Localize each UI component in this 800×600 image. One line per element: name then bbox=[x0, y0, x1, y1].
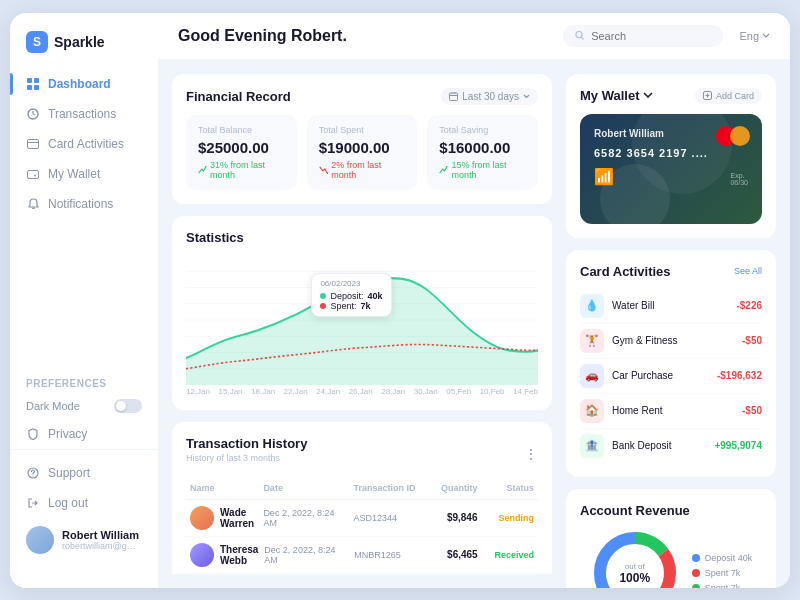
transaction-title: Transaction History bbox=[186, 436, 307, 451]
table-header: Name Date Transaction ID Quantity Status bbox=[186, 483, 538, 500]
account-revenue-card: Account Revenue bbox=[566, 489, 776, 588]
add-card-button[interactable]: Add Card bbox=[695, 88, 762, 104]
header: Good Evening Robert. Eng bbox=[158, 13, 790, 60]
date-range-badge[interactable]: Last 30 days bbox=[441, 88, 538, 105]
col-status: Status bbox=[483, 483, 534, 493]
user-email: robertwilliam@gmail.com bbox=[62, 541, 142, 551]
sidebar-item-wallet[interactable]: My Wallet bbox=[10, 159, 158, 189]
see-all-button[interactable]: See All bbox=[734, 266, 762, 276]
transactions-icon bbox=[26, 107, 40, 121]
activity-item[interactable]: 🚗 Car Purchase -$196,632 bbox=[580, 359, 762, 394]
transaction-subtitle: History of last 3 months bbox=[186, 453, 307, 463]
col-qty: Quantity bbox=[427, 483, 478, 493]
dark-mode-toggle-row: Dark Mode bbox=[10, 393, 158, 419]
row-status: Sending bbox=[483, 513, 534, 523]
svg-rect-2 bbox=[27, 85, 32, 90]
sidebar-item-support[interactable]: Support bbox=[10, 458, 158, 488]
financial-record-header: Financial Record Last 30 days bbox=[186, 88, 538, 105]
table-row[interactable]: Wade Warren Dec 2, 2022, 8:24 AM ASD1234… bbox=[186, 500, 538, 537]
privacy-icon bbox=[26, 427, 40, 441]
sidebar-item-label: Support bbox=[48, 466, 90, 480]
sidebar-item-card-activities[interactable]: Card Activities bbox=[10, 129, 158, 159]
activity-item[interactable]: 🏋️ Gym & Fitness -$50 bbox=[580, 324, 762, 359]
more-options-icon[interactable]: ⋮ bbox=[524, 446, 538, 462]
user-name: Robert William bbox=[62, 529, 142, 541]
sidebar-item-dashboard[interactable]: Dashboard bbox=[10, 69, 158, 99]
sidebar-item-label: Log out bbox=[48, 496, 88, 510]
plus-icon bbox=[703, 91, 712, 100]
financial-record-title: Financial Record bbox=[186, 89, 291, 104]
svg-rect-12 bbox=[452, 92, 453, 94]
sidebar-item-label: My Wallet bbox=[48, 167, 100, 181]
dashboard-icon bbox=[26, 77, 40, 91]
transaction-history-card: Transaction History History of last 3 mo… bbox=[172, 422, 552, 574]
sidebar-item-logout[interactable]: Log out bbox=[10, 488, 158, 518]
finance-cards: Total Balance $25000.00 31% from last mo… bbox=[186, 115, 538, 190]
svg-rect-1 bbox=[34, 78, 39, 83]
home-icon: 🏠 bbox=[580, 399, 604, 423]
wallet-icon bbox=[26, 167, 40, 181]
total-saving-card: Total Saving $16000.00 15% from last mon… bbox=[427, 115, 538, 190]
greeting-text: Good Evening Robert. bbox=[178, 27, 547, 45]
wallet-header: My Wallet Add Card bbox=[580, 88, 762, 104]
row-date: Dec 2, 2022, 8:24 AM bbox=[263, 508, 347, 528]
user-avatar bbox=[26, 526, 54, 554]
logo-text: Sparkle bbox=[54, 34, 105, 50]
language-selector[interactable]: Eng bbox=[739, 30, 770, 42]
svg-rect-13 bbox=[455, 92, 456, 94]
wallet-title[interactable]: My Wallet bbox=[580, 88, 653, 103]
chevron-down-icon bbox=[762, 33, 770, 39]
calendar-icon bbox=[449, 92, 458, 101]
activity-item[interactable]: 🏦 Bank Deposit +995,9074 bbox=[580, 429, 762, 463]
svg-rect-11 bbox=[450, 93, 458, 101]
sidebar-item-label: Transactions bbox=[48, 107, 116, 121]
main-area: Good Evening Robert. Eng bbox=[158, 13, 790, 588]
dark-mode-toggle[interactable] bbox=[114, 399, 142, 413]
search-input[interactable] bbox=[591, 30, 711, 42]
search-box[interactable] bbox=[563, 25, 723, 47]
app-container: S Sparkle Dashboard bbox=[10, 13, 790, 588]
sidebar-item-label: Privacy bbox=[48, 427, 87, 441]
col-name: Name bbox=[190, 483, 257, 493]
legend-spent-1: Spent 7k bbox=[692, 568, 753, 578]
right-panel: My Wallet Add Card bbox=[566, 74, 776, 574]
chevron-down-icon bbox=[643, 92, 653, 99]
statistics-title: Statistics bbox=[186, 230, 244, 245]
dark-mode-label: Dark Mode bbox=[26, 400, 80, 412]
svg-rect-3 bbox=[34, 85, 39, 90]
sidebar-bottom: Support Log out Robert William robertwil… bbox=[10, 449, 158, 570]
row-txid: MNBR1265 bbox=[354, 550, 421, 560]
sidebar-item-label: Card Activities bbox=[48, 137, 124, 151]
donut-chart: out of 100% bbox=[590, 528, 680, 588]
card-icon bbox=[26, 137, 40, 151]
support-icon bbox=[26, 466, 40, 480]
revenue-header: Account Revenue bbox=[580, 503, 762, 518]
financial-record-card: Financial Record Last 30 days bbox=[172, 74, 552, 204]
user-profile[interactable]: Robert William robertwilliam@gmail.com bbox=[10, 518, 158, 562]
svg-point-10 bbox=[576, 32, 582, 38]
activity-item[interactable]: 💧 Water Bill -$226 bbox=[580, 289, 762, 324]
sidebar-item-notifications[interactable]: Notifications bbox=[10, 189, 158, 219]
donut-center: out of 100% bbox=[619, 561, 650, 584]
water-bill-icon: 💧 bbox=[580, 294, 604, 318]
card-activities-section: Card Activities See All 💧 Water Bill -$2… bbox=[566, 250, 776, 477]
sidebar: S Sparkle Dashboard bbox=[10, 13, 158, 588]
content-area: Financial Record Last 30 days bbox=[158, 60, 790, 588]
card-number: 6582 3654 2197 .... bbox=[594, 147, 748, 159]
svg-rect-7 bbox=[28, 170, 39, 178]
activity-item[interactable]: 🏠 Home Rent -$50 bbox=[580, 394, 762, 429]
statistics-card: Statistics bbox=[172, 216, 552, 410]
car-icon: 🚗 bbox=[580, 364, 604, 388]
logout-icon bbox=[26, 496, 40, 510]
my-wallet-card: My Wallet Add Card bbox=[566, 74, 776, 238]
row-avatar bbox=[190, 506, 214, 530]
table-row[interactable]: Theresa Webb Dec 2, 2022, 8:24 AM MNBR12… bbox=[186, 537, 538, 574]
logo-icon: S bbox=[26, 31, 48, 53]
sidebar-item-privacy[interactable]: Privacy bbox=[10, 419, 158, 449]
balance-trend: 31% from last month bbox=[198, 160, 285, 180]
row-status: Received bbox=[484, 550, 534, 560]
bell-icon bbox=[26, 197, 40, 211]
dropdown-icon bbox=[523, 94, 530, 99]
sidebar-item-transactions[interactable]: Transactions bbox=[10, 99, 158, 129]
revenue-title: Account Revenue bbox=[580, 503, 690, 518]
